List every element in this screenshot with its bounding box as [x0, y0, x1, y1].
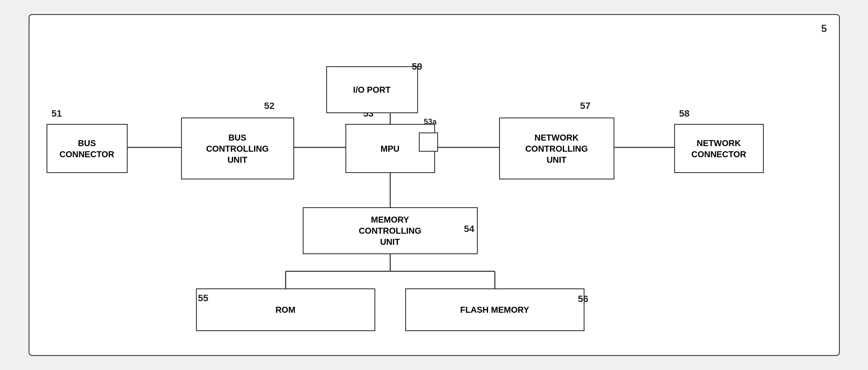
bus-controlling-unit-ref: 52 — [264, 100, 275, 112]
bus-controlling-unit-block: BUS CONTROLLING UNIT — [181, 117, 294, 179]
mpu-small-ref: 53a — [424, 117, 437, 126]
mpu-small-block — [419, 132, 438, 152]
memory-controlling-unit-ref: 54 — [464, 223, 474, 235]
flash-memory-ref: 56 — [578, 294, 588, 305]
io-port-ref: 59 — [412, 61, 422, 72]
bus-connector-ref: 51 — [52, 108, 62, 119]
diagram-container: 5 BUS CONNECTOR 51 BUS CONTROLLING UNIT … — [29, 14, 840, 356]
corner-ref-label: 5 — [821, 23, 827, 35]
network-connector-ref: 58 — [679, 108, 690, 119]
network-connector-block: NETWORK CONNECTOR — [674, 124, 764, 173]
flash-memory-block: FLASH MEMORY — [405, 288, 585, 331]
io-port-block: I/O PORT — [326, 66, 418, 113]
bus-connector-block: BUS CONNECTOR — [47, 124, 128, 173]
memory-controlling-unit-block: MEMORY CONTROLLING UNIT — [303, 207, 478, 254]
network-controlling-unit-ref: 57 — [580, 100, 590, 112]
rom-block: ROM — [196, 288, 375, 331]
rom-ref: 55 — [198, 293, 208, 304]
network-controlling-unit-block: NETWORK CONTROLLING UNIT — [499, 117, 614, 179]
